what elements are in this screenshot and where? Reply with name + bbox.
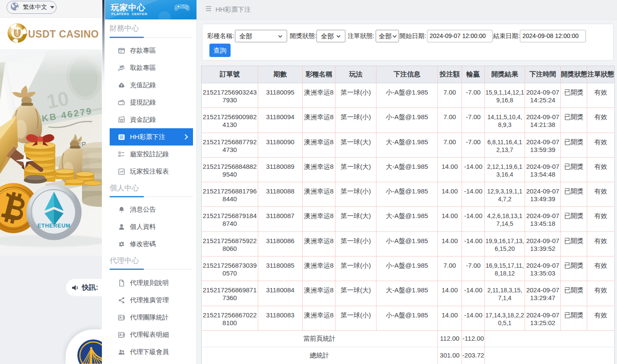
svg-text:ETHEREUM: ETHEREUM [38,223,71,229]
svg-text:CASINO: CASINO [12,37,22,40]
svg-text:¥: ¥ [121,84,123,87]
